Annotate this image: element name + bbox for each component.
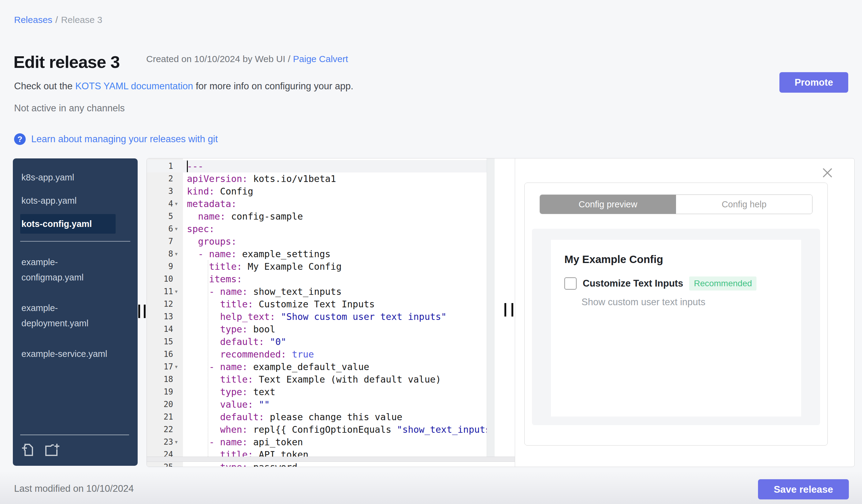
git-help-row: ? Learn about managing your releases wit…	[14, 133, 218, 145]
file-item-example-configmap-yaml[interactable]: example-configmap.yaml	[20, 251, 116, 289]
edit-release-page: Releases/Release 3 Edit release 3 Create…	[0, 0, 862, 504]
code-line-2: 2apiVersion: kots.io/v1beta1	[147, 172, 494, 185]
code-text: - name: show_text_inputs	[187, 285, 494, 298]
doc-hint: Check out the KOTS YAML documentation fo…	[14, 81, 353, 92]
last-modified-text: Last modified on 10/10/2024	[14, 483, 134, 494]
doc-hint-before: Check out the	[14, 81, 75, 91]
line-number: 1	[147, 160, 173, 172]
code-text: - name: example_settings	[187, 248, 494, 260]
line-number: 12	[147, 298, 173, 310]
code-text: groups:	[187, 235, 494, 248]
line-number: 7	[147, 235, 173, 248]
sidebar-resize-handle[interactable]	[144, 305, 146, 318]
line-number: 20	[147, 398, 173, 411]
line-number: 14	[147, 323, 173, 335]
line-number: 13	[147, 310, 173, 323]
code-line-16: 16 recommended: true	[147, 348, 494, 361]
code-line-9: 9 title: My Example Config	[147, 260, 494, 273]
code-line-5: 5 name: config-sample	[147, 210, 494, 223]
line-number: 6	[147, 223, 173, 235]
editor-workpane: 1---2apiVersion: kots.io/v1beta13kind: C…	[146, 158, 855, 467]
code-text: type: bool	[187, 323, 494, 335]
fold-arrow-icon[interactable]: ▾	[175, 248, 178, 260]
config-fieldset: My Example Config Customize Text Inputs …	[532, 229, 820, 425]
code-text: type: text	[187, 386, 494, 398]
breadcrumb-separator: /	[55, 15, 58, 25]
code-line-15: 15 default: "0"	[147, 335, 494, 348]
code-line-22: 22 when: repl{{ ConfigOptionEquals "show…	[147, 423, 494, 436]
code-text: name: config-sample	[187, 210, 494, 223]
doc-hint-after: for more info on configuring your app.	[193, 81, 353, 91]
fold-arrow-icon[interactable]: ▾	[175, 361, 178, 373]
file-list: k8s-app.yamlkots-app.yamlkots-config.yam…	[13, 168, 138, 373]
config-checkbox-row: Customize Text Inputs Recommended	[564, 277, 756, 291]
customize-text-inputs-checkbox[interactable]	[564, 277, 577, 290]
checkbox-label: Customize Text Inputs	[583, 278, 683, 289]
recommended-badge: Recommended	[689, 277, 756, 291]
file-group-top: k8s-app.yamlkots-app.yamlkots-config.yam…	[13, 168, 138, 234]
file-item-k8s-app-yaml[interactable]: k8s-app.yaml	[20, 168, 116, 187]
code-text: title: My Example Config	[187, 260, 494, 273]
line-number: 9	[147, 260, 173, 273]
code-text: value: ""	[187, 398, 494, 411]
checkbox-help-text: Show custom user text inputs	[582, 297, 705, 308]
code-text: apiVersion: kots.io/v1beta1	[187, 172, 494, 185]
file-item-kots-config-yaml[interactable]: kots-config.yaml	[20, 214, 116, 234]
file-group-bottom: example-configmap.yamlexample-deployment…	[13, 251, 138, 365]
line-number: 4	[147, 198, 173, 210]
preview-resize-handle[interactable]	[505, 303, 506, 317]
code-text: default: please change this value	[187, 411, 494, 423]
author-link[interactable]: Paige Calvert	[293, 54, 348, 64]
code-line-20: 20 value: ""	[147, 398, 494, 411]
breadcrumb-releases-link[interactable]: Releases	[14, 15, 52, 25]
close-icon[interactable]	[822, 167, 833, 178]
file-item-example-deployment-yaml[interactable]: example-deployment.yaml	[20, 297, 116, 334]
code-text: recommended: true	[187, 348, 494, 361]
file-item-example-service-yaml[interactable]: example-service.yaml	[20, 343, 116, 365]
preview-resize-handle[interactable]	[511, 303, 513, 317]
fold-arrow-icon[interactable]: ▾	[175, 436, 178, 448]
code-line-6: 6▾spec:	[147, 223, 494, 235]
kots-yaml-doc-link[interactable]: KOTS YAML documentation	[75, 81, 193, 91]
git-releases-link[interactable]: Learn about managing your releases with …	[31, 134, 218, 145]
line-number: 18	[147, 373, 173, 386]
code-line-25: 25 type: password	[147, 461, 494, 467]
code-text: metadata:	[187, 198, 494, 210]
code-line-19: 19 type: text	[147, 386, 494, 398]
line-number: 17	[147, 361, 173, 373]
created-text: Created on 10/10/2024 by Web UI /	[146, 54, 293, 64]
save-release-button[interactable]: Save release	[758, 479, 849, 500]
line-number: 21	[147, 411, 173, 423]
code-text: ---	[187, 160, 494, 172]
created-meta: Created on 10/10/2024 by Web UI / Paige …	[146, 54, 348, 64]
tab-config-preview[interactable]: Config preview	[540, 195, 676, 214]
editor-horizontal-scrollbar[interactable]	[147, 456, 515, 462]
tab-config-help[interactable]: Config help	[676, 195, 812, 214]
new-folder-icon[interactable]	[44, 442, 60, 458]
sidebar-footer	[20, 435, 129, 458]
fold-arrow-icon[interactable]: ▾	[175, 198, 178, 210]
code-text: items:	[187, 273, 494, 285]
code-line-21: 21 default: please change this value	[147, 411, 494, 423]
fold-arrow-icon[interactable]: ▾	[175, 223, 178, 235]
file-item-kots-app-yaml[interactable]: kots-app.yaml	[20, 191, 116, 210]
code-text: type: password	[187, 461, 494, 467]
sidebar-resize-handle[interactable]	[138, 305, 140, 318]
channel-status: Not active in any channels	[14, 103, 125, 114]
code-line-11: 11▾ - name: show_text_inputs	[147, 285, 494, 298]
breadcrumb: Releases/Release 3	[14, 15, 103, 25]
code-line-10: 10 items:	[147, 273, 494, 285]
promote-button[interactable]: Promote	[780, 72, 848, 93]
yaml-code-editor[interactable]: 1---2apiVersion: kots.io/v1beta13kind: C…	[147, 160, 494, 466]
config-preview-panel: Config previewConfig help My Example Con…	[515, 158, 848, 467]
page-title: Edit release 3	[13, 52, 120, 72]
fold-arrow-icon[interactable]: ▾	[175, 285, 178, 298]
code-line-1: 1---	[147, 160, 494, 172]
code-line-14: 14 type: bool	[147, 323, 494, 335]
code-text: default: "0"	[187, 335, 494, 348]
new-file-icon[interactable]	[20, 442, 36, 458]
code-text: title: Customize Text Inputs	[187, 298, 494, 310]
editor-vertical-scrollbar[interactable]	[487, 158, 495, 456]
file-sidebar: k8s-app.yamlkots-app.yamlkots-config.yam…	[13, 158, 138, 466]
line-number: 2	[147, 172, 173, 185]
